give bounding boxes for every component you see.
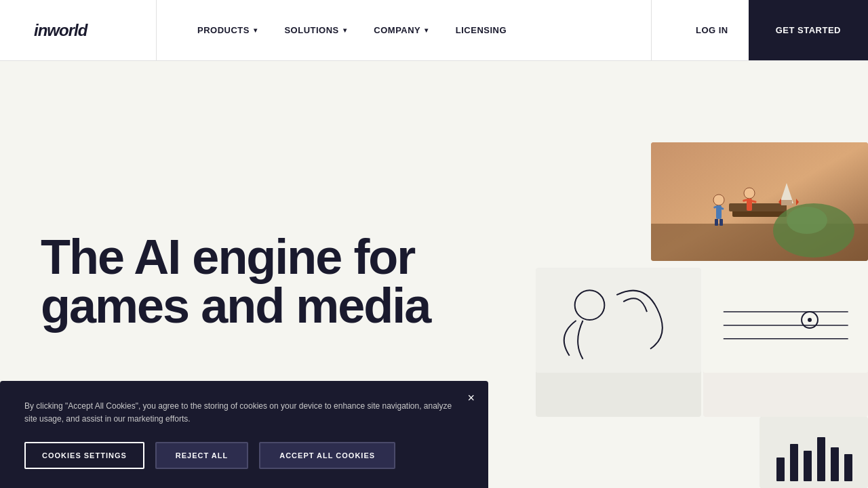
svg-rect-33 <box>831 447 839 481</box>
login-button[interactable]: LOG IN <box>675 18 749 42</box>
navbar: inworld PRODUCTS ▾ SOLUTIONS ▾ COMPANY ▾… <box>0 0 868 61</box>
svg-rect-30 <box>790 444 798 481</box>
reject-all-button[interactable]: REJECT ALL <box>155 442 248 469</box>
get-started-button[interactable]: GET STARTED <box>749 0 868 60</box>
logo-section: inworld <box>0 0 156 60</box>
svg-point-27 <box>808 318 812 322</box>
svg-rect-29 <box>776 458 785 481</box>
bar-chart-panel <box>760 417 868 488</box>
hero-heading-line2: games and media <box>41 279 430 333</box>
logo[interactable]: inworld <box>34 20 87 41</box>
svg-rect-15 <box>781 200 792 205</box>
hero-image-top <box>651 142 868 261</box>
svg-rect-34 <box>844 454 852 481</box>
svg-point-19 <box>787 207 827 234</box>
hero-heading-line1: The AI engine for <box>41 230 414 284</box>
panels-right <box>536 122 868 488</box>
products-chevron-icon: ▾ <box>254 26 258 34</box>
illus-panel-left <box>536 268 701 373</box>
cookies-settings-button[interactable]: COOKIES SETTINGS <box>24 442 144 469</box>
svg-rect-31 <box>804 451 812 481</box>
solutions-chevron-icon: ▾ <box>343 26 347 34</box>
svg-rect-22 <box>703 268 869 372</box>
products-label: PRODUCTS <box>197 25 250 35</box>
svg-point-10 <box>744 188 755 199</box>
svg-rect-9 <box>719 219 723 226</box>
cookie-description: By clicking "Accept All Cookies", you ag… <box>24 400 458 426</box>
nav-item-solutions[interactable]: SOLUTIONS ▾ <box>284 25 347 35</box>
accept-all-cookies-button[interactable]: ACCEPT ALL COOKIES <box>259 442 395 469</box>
solutions-label: SOLUTIONS <box>284 25 338 35</box>
svg-rect-32 <box>817 437 825 481</box>
svg-rect-8 <box>715 219 718 226</box>
navbar-right: LOG IN GET STARTED <box>651 0 868 60</box>
svg-point-4 <box>713 195 724 205</box>
illus-panel-right <box>703 268 869 373</box>
nav-item-company[interactable]: COMPANY ▾ <box>374 25 428 35</box>
nav-item-products[interactable]: PRODUCTS ▾ <box>197 25 257 35</box>
svg-rect-20 <box>536 268 701 372</box>
nav-item-licensing[interactable]: LICENSING <box>456 25 507 35</box>
illustration-panels <box>536 268 868 373</box>
nav-items: PRODUCTS ▾ SOLUTIONS ▾ COMPANY ▾ LICENSI… <box>156 0 651 60</box>
cookie-buttons: COOKIES SETTINGS REJECT ALL ACCEPT ALL C… <box>24 442 464 469</box>
company-label: COMPANY <box>374 25 420 35</box>
svg-rect-3 <box>729 203 787 211</box>
licensing-label: LICENSING <box>456 25 507 35</box>
cookie-banner: × By clicking "Accept All Cookies", you … <box>0 381 488 488</box>
cookie-close-button[interactable]: × <box>467 392 475 404</box>
company-chevron-icon: ▾ <box>425 26 429 34</box>
